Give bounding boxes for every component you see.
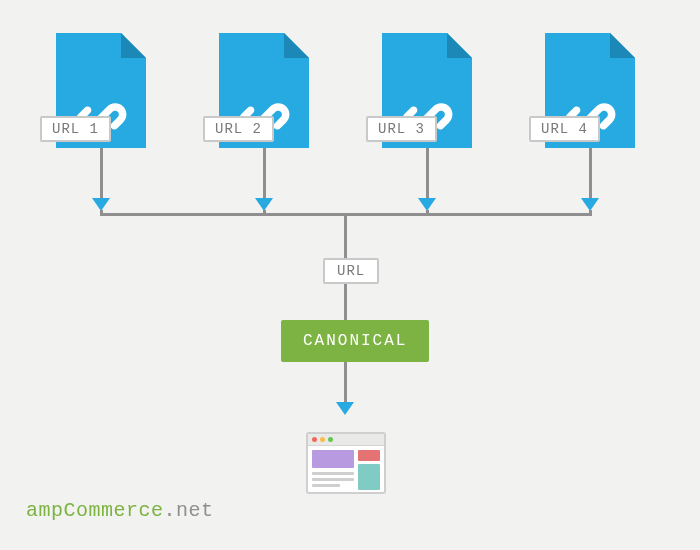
connector: [344, 284, 347, 322]
svg-marker-1: [121, 33, 146, 58]
connector: [426, 148, 429, 198]
file-label: URL 1: [40, 116, 111, 142]
file-url-4: URL 4: [545, 33, 635, 148]
svg-marker-5: [447, 33, 472, 58]
connector: [589, 148, 592, 198]
file-url-3: URL 3: [382, 33, 472, 148]
file-label: URL 3: [366, 116, 437, 142]
connector: [263, 148, 266, 198]
connector: [344, 362, 347, 402]
svg-marker-7: [610, 33, 635, 58]
watermark: ampCommerce.net: [26, 499, 214, 522]
watermark-tld: .net: [164, 499, 214, 522]
browser-body: [308, 446, 384, 492]
browser-window-icon: [306, 432, 386, 494]
connector: [100, 148, 103, 198]
connector: [100, 210, 103, 215]
file-url-1: URL 1: [56, 33, 146, 148]
browser-titlebar: [308, 434, 384, 446]
connector: [426, 210, 429, 215]
window-dot-yellow-icon: [320, 437, 325, 442]
connector: [344, 213, 347, 261]
file-url-2: URL 2: [219, 33, 309, 148]
arrow-down-icon: [336, 402, 354, 415]
connector: [263, 210, 266, 215]
url-pill: URL: [323, 258, 379, 284]
watermark-brand: ampCommerce: [26, 499, 164, 522]
canonical-box: CANONICAL: [281, 320, 429, 362]
svg-marker-3: [284, 33, 309, 58]
file-label: URL 4: [529, 116, 600, 142]
file-label: URL 2: [203, 116, 274, 142]
window-dot-red-icon: [312, 437, 317, 442]
connector: [589, 210, 592, 215]
window-dot-green-icon: [328, 437, 333, 442]
